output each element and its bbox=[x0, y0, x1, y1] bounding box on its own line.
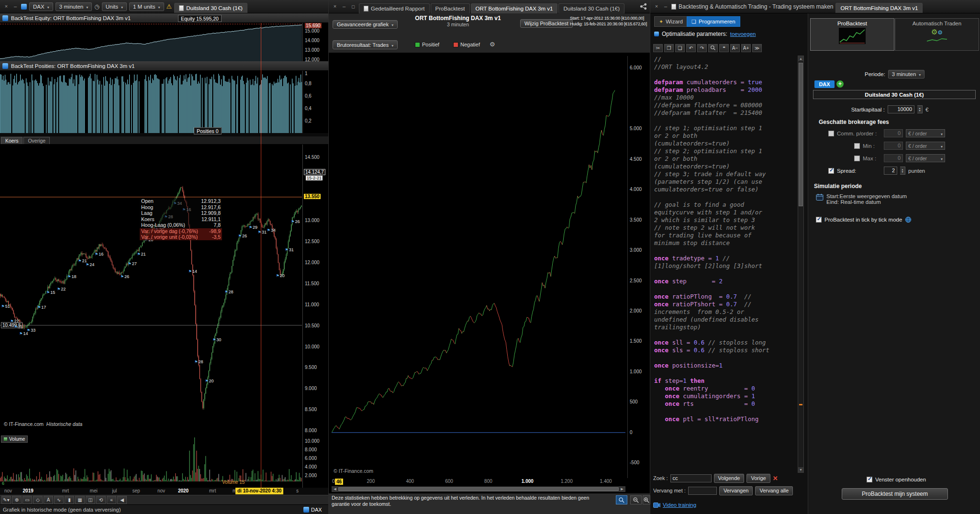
increase-font-icon[interactable]: A+ bbox=[741, 44, 751, 52]
symbol-pill[interactable]: DAX bbox=[814, 80, 835, 88]
run-probacktest-button[interactable]: ProBacktest mijn systeem bbox=[842, 488, 948, 500]
timeframe-dropdown[interactable]: 3 minuten bbox=[56, 2, 92, 11]
quantity-dropdown[interactable]: 1 M units bbox=[129, 2, 164, 11]
auto-zoom-icon[interactable] bbox=[616, 495, 627, 504]
keep-open-checkbox[interactable] bbox=[867, 477, 872, 482]
price-chart-area[interactable]: 5122311433171522182124162627212030283416… bbox=[0, 145, 302, 435]
advanced-chart-button[interactable]: Geavanceerde grafiek bbox=[333, 20, 398, 29]
search-icon[interactable] bbox=[708, 44, 718, 52]
titlebar-tab[interactable]: Duitsland 30 Cash (1€) bbox=[558, 3, 624, 13]
titlebar-tab[interactable]: Gedetailleerd Rapport bbox=[359, 3, 430, 13]
add-parameter-link[interactable]: toevoegen bbox=[730, 31, 756, 37]
minimize-icon[interactable] bbox=[12, 3, 19, 10]
horizontal-scrollbar[interactable]: ◀ ▶ bbox=[332, 486, 625, 492]
min-input[interactable]: 0 bbox=[884, 142, 903, 150]
add-instrument-icon[interactable]: + bbox=[836, 80, 844, 88]
copy-icon[interactable]: ❐ bbox=[664, 44, 674, 52]
replace-input[interactable] bbox=[688, 487, 717, 495]
fast-rewind-icon[interactable]: « bbox=[107, 496, 116, 504]
refresh-icon[interactable]: ⟲ bbox=[96, 496, 106, 504]
find-input[interactable]: cc bbox=[670, 474, 712, 482]
scrollbar-thumb[interactable] bbox=[338, 487, 619, 491]
startkapitaal-input[interactable]: 10000 bbox=[888, 105, 914, 113]
tick-mode-checkbox[interactable] bbox=[816, 217, 822, 223]
max-input[interactable]: 0 bbox=[884, 154, 903, 162]
spread-input[interactable]: 2 bbox=[884, 167, 897, 175]
scroll-up-icon[interactable]: ▲ bbox=[798, 56, 803, 61]
stepper-icon[interactable] bbox=[917, 105, 923, 113]
volume-chip[interactable]: Volume bbox=[1, 436, 28, 443]
maximize-icon[interactable] bbox=[350, 3, 356, 10]
draw-tools-icon[interactable]: ✎▾ bbox=[1, 496, 11, 504]
symbol-dropdown[interactable]: DAX bbox=[29, 2, 53, 11]
find-next-button[interactable]: Volgende bbox=[714, 474, 745, 483]
stepper-icon[interactable] bbox=[900, 167, 905, 175]
minimize-icon[interactable] bbox=[341, 3, 347, 10]
units-dropdown[interactable]: Units bbox=[102, 2, 127, 11]
paste-icon[interactable]: ❏ bbox=[675, 44, 685, 52]
scroll-left-icon[interactable]: ◀ bbox=[332, 487, 338, 492]
share-icon[interactable] bbox=[640, 3, 647, 10]
close-icon[interactable] bbox=[653, 3, 660, 10]
min-unit-dropdown[interactable]: € / order bbox=[906, 142, 945, 150]
equity-chart[interactable] bbox=[0, 23, 302, 61]
candlestick-chart[interactable] bbox=[0, 145, 302, 435]
crosshair-icon[interactable]: ⊕ bbox=[12, 496, 22, 504]
tab-probacktest[interactable]: ProBacktest bbox=[810, 18, 894, 51]
commission-unit-dropdown[interactable]: € / order bbox=[906, 129, 945, 137]
candlestick-icon[interactable]: ▮ bbox=[65, 496, 74, 504]
commission-input[interactable]: 0 bbox=[884, 129, 903, 137]
undo-icon[interactable]: ↶ bbox=[686, 44, 696, 52]
grid-icon[interactable]: ▦ bbox=[75, 496, 85, 504]
minimize-icon[interactable] bbox=[662, 3, 669, 10]
clock-icon[interactable] bbox=[94, 3, 99, 10]
tab-wizard[interactable]: Wizard bbox=[654, 16, 688, 27]
code-scrollbar[interactable]: ▲ ▼ bbox=[798, 56, 804, 473]
symbol-chip[interactable]: DAX bbox=[303, 507, 322, 513]
find-prev-button[interactable]: Vorige bbox=[746, 474, 770, 483]
cut-icon[interactable]: ✂ bbox=[653, 44, 663, 52]
expand-toolbar-icon[interactable]: ≫ bbox=[752, 44, 762, 52]
gear-icon[interactable] bbox=[490, 41, 495, 48]
close-search-icon[interactable]: ✕ bbox=[773, 475, 778, 482]
series-dropdown[interactable]: Brutoresultaat: Trades bbox=[333, 40, 398, 49]
periode-dropdown[interactable]: 3 minuten bbox=[888, 70, 925, 78]
code-area[interactable]: ////ORT layout4.2 defparam cumulateorder… bbox=[654, 56, 800, 473]
system-tab[interactable]: ORT BottomFishing DAX 3m v1 bbox=[835, 3, 923, 13]
replace-button[interactable]: Vervangen bbox=[719, 486, 753, 495]
text-tool-icon[interactable]: A bbox=[44, 496, 53, 504]
replace-all-button[interactable]: Vervang alle bbox=[755, 486, 793, 495]
tab-overige[interactable]: Overige bbox=[23, 137, 50, 144]
video-training-link[interactable]: Video training bbox=[663, 502, 696, 508]
titlebar-tab[interactable]: ProBacktest bbox=[431, 3, 470, 13]
min-checkbox[interactable] bbox=[854, 143, 860, 149]
equity-report-chart[interactable] bbox=[329, 53, 650, 493]
titlebar-tab[interactable]: ORT BottomFishing DAX 3m v1 bbox=[471, 3, 558, 13]
rectangle-tool-icon[interactable]: ▭ bbox=[22, 496, 32, 504]
scroll-down-icon[interactable]: ▼ bbox=[798, 467, 803, 472]
tab-automatisch-traden[interactable]: Automatisch Traden ⚙⚙ bbox=[895, 18, 979, 51]
commission-checkbox[interactable] bbox=[828, 131, 834, 136]
max-unit-dropdown[interactable]: € / order bbox=[906, 154, 945, 162]
volume-panel[interactable] bbox=[0, 435, 302, 488]
tab-programmeren[interactable]: Programmeren bbox=[687, 16, 740, 27]
step-back-icon[interactable]: ◀ bbox=[117, 496, 127, 504]
positions-chart[interactable] bbox=[0, 71, 302, 133]
tab-koers[interactable]: Koers bbox=[1, 137, 22, 144]
close-icon[interactable] bbox=[332, 3, 338, 10]
warning-icon[interactable] bbox=[167, 3, 172, 10]
max-checkbox[interactable] bbox=[854, 156, 860, 161]
redo-icon[interactable]: ↷ bbox=[697, 44, 707, 52]
shape-tool-icon[interactable]: ◇ bbox=[33, 496, 43, 504]
decrease-font-icon[interactable]: A− bbox=[730, 44, 740, 52]
close-icon[interactable] bbox=[3, 3, 10, 10]
edit-probacktest-button[interactable]: Wijzig ProBacktest bbox=[520, 19, 573, 28]
split-view-icon[interactable]: ◫ bbox=[86, 496, 95, 504]
line-chart-icon[interactable]: ∿ bbox=[54, 496, 64, 504]
zoom-in-icon[interactable] bbox=[643, 495, 650, 504]
scrollbar-thumb[interactable] bbox=[799, 63, 803, 206]
scroll-right-icon[interactable]: ▶ bbox=[619, 487, 625, 492]
instrument-tab[interactable]: Duitsland 30 Cash (1€) bbox=[174, 3, 247, 13]
zoom-out-icon[interactable] bbox=[630, 495, 642, 504]
comment-icon[interactable]: ❝ bbox=[719, 44, 729, 52]
